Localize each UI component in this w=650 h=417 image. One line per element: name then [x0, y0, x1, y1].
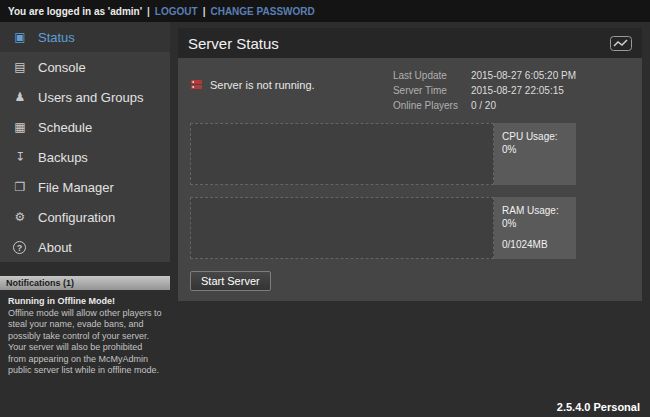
sidebar-item-label: File Manager	[38, 180, 114, 195]
cpu-usage-chart	[190, 123, 494, 185]
cpu-usage-label: CPU Usage:	[502, 130, 568, 143]
cpu-chart-row: CPU Usage: 0%	[190, 123, 576, 185]
ram-usage-box: RAM Usage: 0% 0/1024MB	[494, 197, 576, 259]
separator: |	[203, 6, 206, 17]
server-status-message: Server is not running.	[190, 78, 315, 91]
server-status-text: Server is not running.	[210, 79, 315, 91]
sidebar-item-status[interactable]: ▣ Status	[0, 22, 170, 52]
info-value: 2015-08-27 6:05:20 PM	[471, 68, 576, 83]
sidebar-item-label: Users and Groups	[38, 90, 144, 105]
panel-body: Server is not running. Last Update 2015-…	[178, 58, 642, 301]
ram-usage-label: RAM Usage:	[502, 204, 568, 217]
sidebar-item-configuration[interactable]: ⚙ Configuration	[0, 202, 170, 232]
info-row-online-players: Online Players 0 / 20	[393, 98, 576, 113]
version-label: 2.5.4.0 Personal	[557, 401, 640, 413]
sidebar-item-label: Backups	[38, 150, 88, 165]
notification-text: Offline mode will allow other players to…	[8, 308, 162, 377]
cpu-usage-value: 0%	[502, 143, 568, 156]
about-icon: ?	[13, 241, 26, 254]
configuration-icon: ⚙	[12, 210, 28, 224]
sidebar-item-schedule[interactable]: ▦ Schedule	[0, 112, 170, 142]
backups-icon: ↧	[12, 150, 28, 164]
separator: |	[147, 6, 150, 17]
file-manager-icon: ❐	[12, 180, 28, 194]
sidebar: ▣ Status ▤ Console ♟ Users and Groups ▦ …	[0, 22, 170, 417]
info-value: 0 / 20	[471, 98, 496, 113]
change-password-link[interactable]: CHANGE PASSWORD	[210, 6, 314, 17]
info-row-server-time: Server Time 2015-08-27 22:05:15	[393, 83, 576, 98]
console-icon: ▤	[12, 60, 28, 74]
ram-usage-chart	[190, 197, 494, 259]
info-row-last-update: Last Update 2015-08-27 6:05:20 PM	[393, 68, 576, 83]
topbar: You are logged in as 'admin' | LOGOUT | …	[0, 0, 650, 22]
server-stopped-icon	[190, 78, 203, 91]
logout-link[interactable]: LOGOUT	[155, 6, 198, 17]
mcmyadmin-app: You are logged in as 'admin' | LOGOUT | …	[0, 0, 650, 417]
info-label: Last Update	[393, 68, 471, 83]
sidebar-item-label: Console	[38, 60, 86, 75]
sidebar-item-users-and-groups[interactable]: ♟ Users and Groups	[0, 82, 170, 112]
info-value: 2015-08-27 22:05:15	[471, 83, 564, 98]
sidebar-item-label: Configuration	[38, 210, 115, 225]
ram-usage-value: 0%	[502, 217, 568, 230]
performance-graph-icon[interactable]	[610, 36, 632, 51]
server-status-panel: Server Status	[178, 28, 642, 301]
cpu-usage-box: CPU Usage: 0%	[494, 123, 576, 185]
status-icon: ▣	[12, 30, 28, 44]
status-row: Server is not running. Last Update 2015-…	[190, 68, 576, 113]
layout: ▣ Status ▤ Console ♟ Users and Groups ▦ …	[0, 22, 650, 417]
page-title: Server Status	[188, 35, 279, 52]
schedule-icon: ▦	[12, 120, 28, 134]
sidebar-item-label: About	[38, 240, 72, 255]
panel-header: Server Status	[178, 28, 642, 58]
sidebar-item-backups[interactable]: ↧ Backups	[0, 142, 170, 172]
main-area: Server Status	[170, 22, 650, 417]
sidebar-item-file-manager[interactable]: ❐ File Manager	[0, 172, 170, 202]
notification-body: Running in Offline Mode! Offline mode wi…	[0, 290, 170, 377]
server-info-table: Last Update 2015-08-27 6:05:20 PM Server…	[393, 68, 576, 113]
users-icon: ♟	[12, 90, 28, 104]
ram-chart-row: RAM Usage: 0% 0/1024MB	[190, 197, 576, 259]
info-label: Online Players	[393, 98, 471, 113]
ram-usage-detail: 0/1024MB	[502, 238, 568, 251]
start-server-button[interactable]: Start Server	[190, 271, 271, 291]
notifications-header[interactable]: Notifications (1)	[0, 276, 170, 290]
info-label: Server Time	[393, 83, 471, 98]
login-status-text: You are logged in as 'admin'	[8, 6, 142, 17]
sidebar-item-about[interactable]: ? About	[0, 232, 170, 262]
sidebar-nav: ▣ Status ▤ Console ♟ Users and Groups ▦ …	[0, 22, 170, 262]
notification-title: Running in Offline Mode!	[8, 296, 162, 308]
sidebar-item-label: Schedule	[38, 120, 92, 135]
sidebar-item-console[interactable]: ▤ Console	[0, 52, 170, 82]
sidebar-item-label: Status	[38, 30, 75, 45]
